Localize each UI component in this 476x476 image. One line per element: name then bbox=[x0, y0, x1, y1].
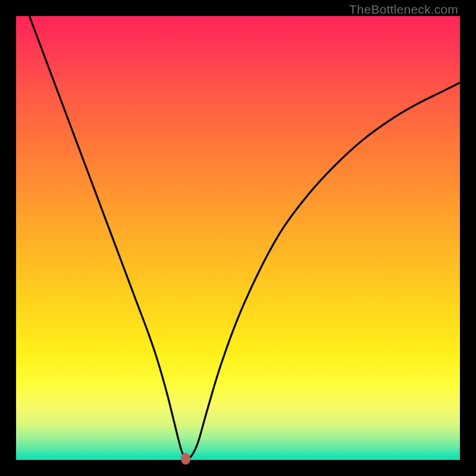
plot-area bbox=[16, 16, 460, 460]
chart-stage: TheBottleneck.com bbox=[0, 0, 476, 476]
minimum-marker bbox=[181, 453, 190, 465]
bottleneck-curve bbox=[16, 16, 460, 460]
curve-path bbox=[29, 16, 460, 458]
attribution-text: TheBottleneck.com bbox=[349, 2, 458, 17]
